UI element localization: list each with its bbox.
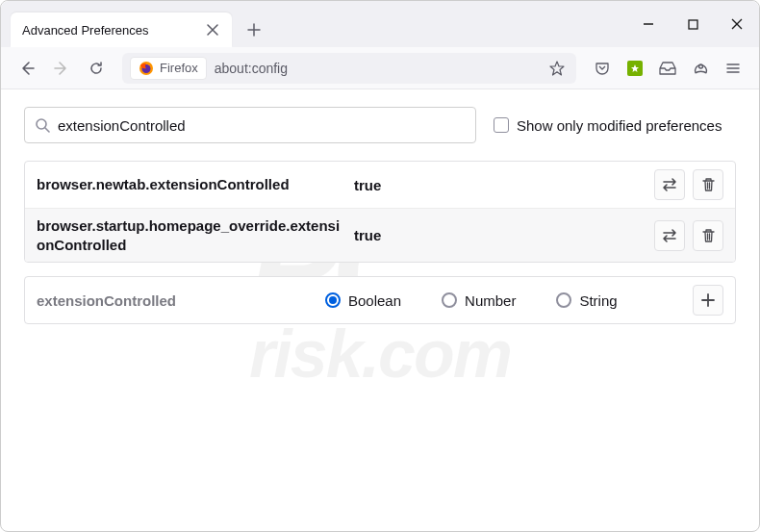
titlebar: Advanced Preferences bbox=[1, 1, 759, 47]
pref-row: browser.newtab.extensionControlled true bbox=[25, 162, 735, 209]
pref-name: browser.startup.homepage_override.extens… bbox=[37, 216, 344, 254]
toggle-button[interactable] bbox=[654, 169, 685, 200]
search-box[interactable] bbox=[24, 107, 476, 143]
radio-label: Number bbox=[465, 292, 516, 309]
pref-value: true bbox=[354, 177, 645, 193]
close-icon bbox=[731, 18, 743, 30]
window-maximize-button[interactable] bbox=[671, 1, 715, 47]
toggle-button[interactable] bbox=[654, 220, 685, 251]
close-icon bbox=[207, 24, 218, 36]
search-icon bbox=[35, 117, 50, 133]
menu-button[interactable] bbox=[719, 54, 747, 83]
plus-icon bbox=[701, 293, 715, 307]
account-button[interactable] bbox=[686, 54, 715, 83]
reload-button[interactable] bbox=[82, 54, 111, 83]
browser-tab[interactable]: Advanced Preferences bbox=[11, 13, 232, 47]
trash-icon bbox=[701, 228, 716, 243]
trash-icon bbox=[701, 177, 716, 192]
hamburger-icon bbox=[726, 62, 740, 75]
add-pref-name: extensionControlled bbox=[37, 292, 325, 309]
radio-boolean[interactable]: Boolean bbox=[325, 292, 401, 309]
radio-label: Boolean bbox=[348, 292, 401, 309]
svg-point-3 bbox=[698, 64, 702, 68]
radio-dot-icon[interactable] bbox=[556, 292, 571, 308]
filter-label: Show only modified preferences bbox=[517, 117, 722, 134]
maximize-icon bbox=[688, 19, 698, 30]
firefox-logo-icon bbox=[139, 61, 154, 76]
identity-box[interactable]: Firefox bbox=[130, 57, 207, 80]
svg-rect-0 bbox=[689, 20, 697, 29]
plus-icon bbox=[247, 23, 261, 37]
forward-arrow-icon bbox=[54, 61, 69, 76]
radio-number[interactable]: Number bbox=[442, 292, 516, 309]
pref-value: true bbox=[354, 227, 645, 243]
reload-icon bbox=[89, 61, 104, 76]
radio-label: String bbox=[579, 292, 617, 309]
window-close-button[interactable] bbox=[715, 1, 759, 47]
window-minimize-button[interactable] bbox=[626, 1, 671, 47]
url-text: about:config bbox=[215, 61, 538, 76]
new-tab-button[interactable] bbox=[240, 15, 268, 44]
prefs-table: browser.newtab.extensionControlled true … bbox=[24, 161, 736, 263]
account-icon bbox=[693, 60, 709, 76]
pocket-icon bbox=[595, 61, 610, 76]
pref-row: browser.startup.homepage_override.extens… bbox=[25, 209, 735, 262]
checkbox-icon[interactable] bbox=[494, 117, 509, 133]
toggle-swap-icon bbox=[661, 177, 678, 192]
back-button[interactable] bbox=[13, 54, 41, 83]
inbox-icon bbox=[659, 61, 676, 76]
bookmark-button[interactable] bbox=[545, 57, 569, 80]
urlbar[interactable]: Firefox about:config bbox=[122, 53, 576, 84]
about-config-content: Show only modified preferences browser.n… bbox=[1, 89, 759, 342]
extension-badge-icon bbox=[627, 61, 643, 76]
radio-dot-icon[interactable] bbox=[325, 292, 341, 308]
inbox-button[interactable] bbox=[653, 54, 682, 83]
navbar: Firefox about:config bbox=[1, 47, 759, 89]
delete-button[interactable] bbox=[693, 220, 723, 251]
tab-title: Advanced Preferences bbox=[22, 23, 149, 38]
radio-string[interactable]: String bbox=[556, 292, 617, 309]
back-arrow-icon bbox=[19, 61, 35, 76]
pocket-button[interactable] bbox=[588, 54, 617, 83]
radio-dot-icon[interactable] bbox=[442, 292, 457, 308]
search-input[interactable] bbox=[58, 117, 466, 134]
pref-name: browser.newtab.extensionControlled bbox=[37, 175, 344, 194]
extension-button[interactable] bbox=[621, 54, 649, 83]
identity-label: Firefox bbox=[160, 61, 198, 75]
filter-modified-toggle[interactable]: Show only modified preferences bbox=[494, 117, 722, 134]
add-button[interactable] bbox=[693, 285, 723, 316]
type-radio-group: Boolean Number String bbox=[325, 292, 693, 309]
star-icon bbox=[549, 61, 565, 76]
forward-button[interactable] bbox=[47, 54, 76, 83]
delete-button[interactable] bbox=[693, 169, 723, 200]
close-tab-button[interactable] bbox=[205, 22, 220, 38]
add-pref-row: extensionControlled Boolean Number Strin… bbox=[24, 276, 736, 324]
toggle-swap-icon bbox=[661, 228, 678, 243]
minimize-icon bbox=[643, 18, 654, 30]
